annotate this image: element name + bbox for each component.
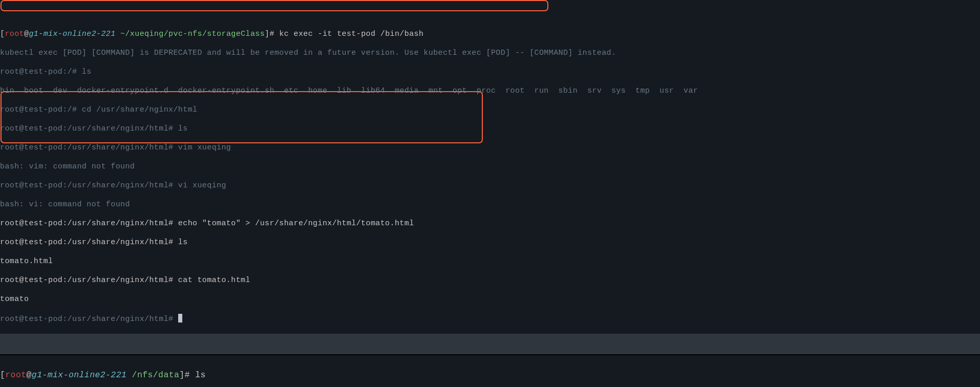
terminal-line: root@test-pod:/usr/share/nginx/html# ls bbox=[0, 124, 980, 134]
terminal-line: kubectl exec [POD] [COMMAND] is DEPRECAT… bbox=[0, 49, 980, 58]
terminal-line: root@test-pod:/usr/share/nginx/html# ech… bbox=[0, 219, 980, 229]
terminal-line: bash: vi: command not found bbox=[0, 200, 980, 210]
terminal-line: root@test-pod:/usr/share/nginx/html# vi … bbox=[0, 181, 980, 191]
terminal-line: root@test-pod:/usr/share/nginx/html# ls bbox=[0, 238, 980, 248]
terminal-line: bash: vim: command not found bbox=[0, 162, 980, 172]
terminal-line: root@test-pod:/usr/share/nginx/html# bbox=[0, 314, 980, 325]
terminal-line: [root@g1-mix-online2-221 ~/xueqing/pvc-n… bbox=[0, 30, 980, 39]
terminal-line: root@test-pod:/usr/share/nginx/html# cat… bbox=[0, 276, 980, 286]
terminal-line: root@test-pod:/# ls bbox=[0, 68, 980, 77]
cursor bbox=[178, 314, 182, 322]
terminal-line: root@test-pod:/usr/share/nginx/html# vim… bbox=[0, 143, 980, 153]
terminal-line: tomato bbox=[0, 295, 980, 305]
terminal-line: bin boot dev docker-entrypoint.d docker-… bbox=[0, 87, 980, 96]
terminal-bottom[interactable]: [root@g1-mix-online2-221 /nfs/data]# ls … bbox=[0, 355, 980, 388]
terminal-line: [root@g1-mix-online2-221 /nfs/data]# ls bbox=[0, 370, 980, 381]
terminal-line: tomato.html bbox=[0, 257, 980, 267]
highlight-box-2 bbox=[1, 91, 483, 143]
panel-gap bbox=[0, 334, 980, 354]
terminal-line: root@test-pod:/# cd /usr/share/nginx/htm… bbox=[0, 105, 980, 115]
terminal-top[interactable]: [root@g1-mix-online2-221 ~/xueqing/pvc-n… bbox=[0, 0, 980, 334]
highlight-box-1 bbox=[1, 0, 548, 11]
